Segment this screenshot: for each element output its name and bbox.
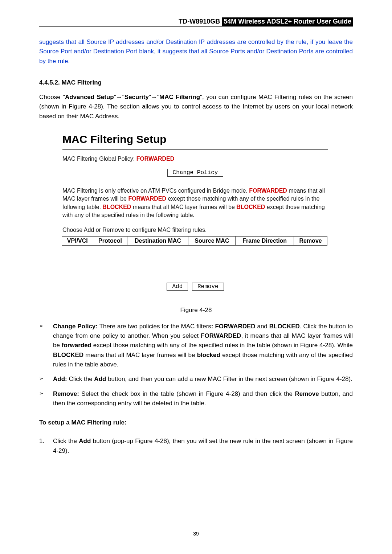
triangle-bullet-icon: ➢ (39, 374, 53, 384)
policy-value: FORWARDED (136, 156, 175, 162)
bullet-lead: Add: (53, 376, 67, 382)
figure-mac-filter-setup: MAC Filtering Setup MAC Filtering Global… (60, 127, 331, 302)
bold-text: Add (79, 438, 91, 444)
intro-paragraph-blue: suggests that all Source IP addresses an… (39, 37, 353, 66)
bold-text: Add (94, 376, 106, 382)
red-blocked: BLOCKED (102, 204, 131, 210)
page-number: 39 (0, 531, 392, 537)
page-header: TD-W8910GB 54M Wireless ADSL2+ Router Us… (39, 17, 353, 27)
bold-text: : FORWARDED (211, 323, 256, 330)
triangle-bullet-icon: ➢ (39, 389, 53, 409)
table-header-row: VPI/VCI Protocol Destination MAC Source … (62, 236, 327, 245)
list-text: Add: Click the Add button, and then you … (53, 374, 353, 384)
step-number: 1. (39, 436, 53, 456)
text: means that all MAC layer frames will be (131, 204, 236, 210)
figure-title: MAC Filtering Setup (62, 133, 328, 145)
header-model: TD-W8910GB (179, 18, 220, 25)
bold-text: blocked (197, 352, 220, 358)
col-dest-mac: Destination MAC (127, 236, 188, 245)
list-item: 1. Click the Add button (pop-up Figure 4… (39, 436, 353, 456)
bullet-lead: Remove: (53, 390, 79, 397)
arrow-icon: → (116, 94, 122, 100)
text: and (256, 323, 269, 330)
text: means that all MAC layer frames will be (83, 352, 197, 358)
arrow-icon: → (151, 94, 157, 100)
bullet-lead: Change Policy: (53, 323, 98, 330)
list-item: ➢ Remove: Select the check box in the ta… (39, 389, 353, 409)
setup-heading: To setup a MAC Filtering rule: (39, 419, 353, 426)
text: MAC Filtering is only effective on ATM P… (62, 188, 249, 194)
text: button (pop-up Figure 4-28), then you wi… (53, 438, 353, 454)
bold-security: Security (124, 94, 149, 100)
col-frame-direction: Frame Direction (236, 236, 294, 245)
figure-hr (62, 149, 328, 150)
red-forwarded: FORWARDED (249, 188, 287, 194)
change-policy-button[interactable]: Change Policy (167, 169, 224, 177)
bold-mac-filtering: MAC Filtering (159, 94, 200, 100)
add-button[interactable]: Add (167, 283, 188, 291)
list-text: Change Policy: There are two policies fo… (53, 322, 353, 370)
step-text: Click the Add button (pop-up Figure 4-28… (53, 436, 353, 456)
list-text: Remove: Select the check box in the tabl… (53, 389, 353, 409)
figure-button-row: Add Remove (62, 276, 328, 294)
list-item: ➢ Change Policy: There are two policies … (39, 322, 353, 370)
choose-paragraph: Choose "Advanced Setup"→"Security"→"MAC … (39, 93, 353, 121)
mac-filter-table: VPI/VCI Protocol Destination MAC Source … (62, 236, 327, 246)
text: button, and then you can add a new MAC F… (106, 376, 352, 382)
figure-choose-line: Choose Add or Remove to configure MAC fi… (62, 227, 328, 233)
bullet-list: ➢ Change Policy: There are two policies … (39, 322, 353, 409)
text: There are two policies for the MAC filte… (98, 323, 211, 330)
numbered-list: 1. Click the Add button (pop-up Figure 4… (39, 436, 353, 456)
bold-text: BLOCKED (53, 352, 83, 358)
policy-line: MAC Filtering Global Policy: FORWARDED (62, 156, 328, 162)
col-source-mac: Source MAC (188, 236, 236, 245)
header-title: 54M Wireless ADSL2+ Router User Guide (222, 17, 353, 26)
red-blocked: BLOCKED (236, 204, 265, 210)
bold-text: forwarded (62, 342, 91, 349)
bold-text: Remove (295, 390, 319, 397)
section-heading: 4.4.5.2. MAC Filtering (39, 79, 353, 86)
red-forwarded: FORWARDED (128, 196, 166, 202)
remove-button[interactable]: Remove (192, 283, 224, 291)
col-remove: Remove (294, 236, 327, 245)
col-vpi-vci: VPI/VCI (62, 236, 93, 245)
list-item: ➢ Add: Click the Add button, and then yo… (39, 374, 353, 384)
text: Select the check box in the table (shown… (79, 390, 295, 397)
triangle-bullet-icon: ➢ (39, 322, 53, 370)
figure-description: MAC Filtering is only effective on ATM P… (62, 187, 328, 219)
policy-label: MAC Filtering Global Policy: (62, 156, 136, 162)
bold-text: FORWARDED (201, 332, 241, 339)
text: Click the (67, 376, 94, 382)
bold-text: BLOCKED (269, 323, 300, 330)
text: Choose " (39, 94, 65, 100)
col-protocol: Protocol (93, 236, 127, 245)
text: Click the (53, 438, 79, 444)
bold-advanced-setup: Advanced Setup (65, 94, 114, 100)
text: except those matching with any of the sp… (91, 342, 353, 349)
document-page: TD-W8910GB 54M Wireless ADSL2+ Router Us… (0, 0, 392, 554)
figure-caption: Figure 4-28 (39, 307, 353, 314)
